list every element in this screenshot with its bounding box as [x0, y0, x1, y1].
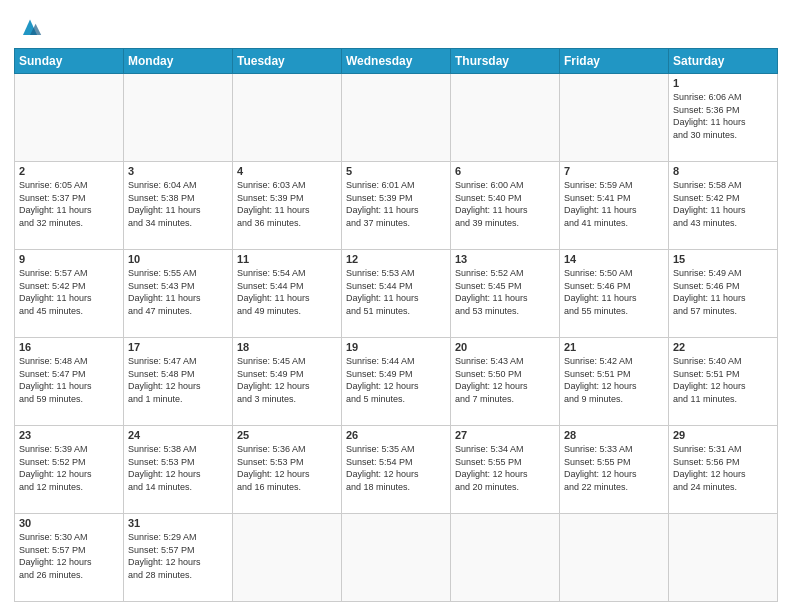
- day-cell: [560, 74, 669, 162]
- day-cell: [124, 74, 233, 162]
- day-number: 13: [455, 253, 555, 265]
- day-number: 8: [673, 165, 773, 177]
- weekday-friday: Friday: [560, 49, 669, 74]
- day-info: Sunrise: 5:42 AM Sunset: 5:51 PM Dayligh…: [564, 355, 664, 405]
- day-cell: 30Sunrise: 5:30 AM Sunset: 5:57 PM Dayli…: [15, 514, 124, 602]
- day-cell: 1Sunrise: 6:06 AM Sunset: 5:36 PM Daylig…: [669, 74, 778, 162]
- day-info: Sunrise: 5:57 AM Sunset: 5:42 PM Dayligh…: [19, 267, 119, 317]
- day-cell: [233, 74, 342, 162]
- day-cell: 11Sunrise: 5:54 AM Sunset: 5:44 PM Dayli…: [233, 250, 342, 338]
- day-number: 15: [673, 253, 773, 265]
- day-number: 24: [128, 429, 228, 441]
- page: SundayMondayTuesdayWednesdayThursdayFrid…: [0, 0, 792, 612]
- day-cell: 7Sunrise: 5:59 AM Sunset: 5:41 PM Daylig…: [560, 162, 669, 250]
- day-number: 10: [128, 253, 228, 265]
- weekday-tuesday: Tuesday: [233, 49, 342, 74]
- day-info: Sunrise: 5:55 AM Sunset: 5:43 PM Dayligh…: [128, 267, 228, 317]
- day-info: Sunrise: 5:36 AM Sunset: 5:53 PM Dayligh…: [237, 443, 337, 493]
- day-info: Sunrise: 5:44 AM Sunset: 5:49 PM Dayligh…: [346, 355, 446, 405]
- header: [14, 10, 778, 42]
- day-info: Sunrise: 5:53 AM Sunset: 5:44 PM Dayligh…: [346, 267, 446, 317]
- day-info: Sunrise: 6:04 AM Sunset: 5:38 PM Dayligh…: [128, 179, 228, 229]
- weekday-header-row: SundayMondayTuesdayWednesdayThursdayFrid…: [15, 49, 778, 74]
- day-cell: 10Sunrise: 5:55 AM Sunset: 5:43 PM Dayli…: [124, 250, 233, 338]
- day-cell: [342, 514, 451, 602]
- week-row-5: 23Sunrise: 5:39 AM Sunset: 5:52 PM Dayli…: [15, 426, 778, 514]
- day-number: 6: [455, 165, 555, 177]
- day-cell: 24Sunrise: 5:38 AM Sunset: 5:53 PM Dayli…: [124, 426, 233, 514]
- logo-icon: [16, 14, 44, 42]
- day-info: Sunrise: 6:03 AM Sunset: 5:39 PM Dayligh…: [237, 179, 337, 229]
- day-number: 1: [673, 77, 773, 89]
- day-info: Sunrise: 5:48 AM Sunset: 5:47 PM Dayligh…: [19, 355, 119, 405]
- day-info: Sunrise: 5:50 AM Sunset: 5:46 PM Dayligh…: [564, 267, 664, 317]
- day-number: 16: [19, 341, 119, 353]
- day-cell: 25Sunrise: 5:36 AM Sunset: 5:53 PM Dayli…: [233, 426, 342, 514]
- day-info: Sunrise: 5:30 AM Sunset: 5:57 PM Dayligh…: [19, 531, 119, 581]
- day-number: 30: [19, 517, 119, 529]
- day-number: 9: [19, 253, 119, 265]
- week-row-1: 1Sunrise: 6:06 AM Sunset: 5:36 PM Daylig…: [15, 74, 778, 162]
- day-cell: 13Sunrise: 5:52 AM Sunset: 5:45 PM Dayli…: [451, 250, 560, 338]
- day-info: Sunrise: 5:49 AM Sunset: 5:46 PM Dayligh…: [673, 267, 773, 317]
- day-number: 4: [237, 165, 337, 177]
- day-cell: 4Sunrise: 6:03 AM Sunset: 5:39 PM Daylig…: [233, 162, 342, 250]
- day-cell: 9Sunrise: 5:57 AM Sunset: 5:42 PM Daylig…: [15, 250, 124, 338]
- weekday-thursday: Thursday: [451, 49, 560, 74]
- day-cell: 16Sunrise: 5:48 AM Sunset: 5:47 PM Dayli…: [15, 338, 124, 426]
- day-info: Sunrise: 5:39 AM Sunset: 5:52 PM Dayligh…: [19, 443, 119, 493]
- day-number: 23: [19, 429, 119, 441]
- day-number: 7: [564, 165, 664, 177]
- day-number: 22: [673, 341, 773, 353]
- day-info: Sunrise: 5:45 AM Sunset: 5:49 PM Dayligh…: [237, 355, 337, 405]
- day-cell: 17Sunrise: 5:47 AM Sunset: 5:48 PM Dayli…: [124, 338, 233, 426]
- day-cell: 14Sunrise: 5:50 AM Sunset: 5:46 PM Dayli…: [560, 250, 669, 338]
- day-number: 18: [237, 341, 337, 353]
- day-cell: [669, 514, 778, 602]
- day-number: 29: [673, 429, 773, 441]
- day-cell: 26Sunrise: 5:35 AM Sunset: 5:54 PM Dayli…: [342, 426, 451, 514]
- day-cell: 20Sunrise: 5:43 AM Sunset: 5:50 PM Dayli…: [451, 338, 560, 426]
- weekday-saturday: Saturday: [669, 49, 778, 74]
- day-cell: [560, 514, 669, 602]
- day-number: 14: [564, 253, 664, 265]
- day-cell: [233, 514, 342, 602]
- week-row-2: 2Sunrise: 6:05 AM Sunset: 5:37 PM Daylig…: [15, 162, 778, 250]
- day-info: Sunrise: 6:06 AM Sunset: 5:36 PM Dayligh…: [673, 91, 773, 141]
- day-info: Sunrise: 5:29 AM Sunset: 5:57 PM Dayligh…: [128, 531, 228, 581]
- day-info: Sunrise: 5:38 AM Sunset: 5:53 PM Dayligh…: [128, 443, 228, 493]
- day-cell: 29Sunrise: 5:31 AM Sunset: 5:56 PM Dayli…: [669, 426, 778, 514]
- day-cell: 27Sunrise: 5:34 AM Sunset: 5:55 PM Dayli…: [451, 426, 560, 514]
- week-row-6: 30Sunrise: 5:30 AM Sunset: 5:57 PM Dayli…: [15, 514, 778, 602]
- day-info: Sunrise: 5:33 AM Sunset: 5:55 PM Dayligh…: [564, 443, 664, 493]
- day-cell: [15, 74, 124, 162]
- day-number: 5: [346, 165, 446, 177]
- day-cell: 28Sunrise: 5:33 AM Sunset: 5:55 PM Dayli…: [560, 426, 669, 514]
- day-cell: 18Sunrise: 5:45 AM Sunset: 5:49 PM Dayli…: [233, 338, 342, 426]
- day-info: Sunrise: 5:58 AM Sunset: 5:42 PM Dayligh…: [673, 179, 773, 229]
- day-number: 26: [346, 429, 446, 441]
- day-cell: 6Sunrise: 6:00 AM Sunset: 5:40 PM Daylig…: [451, 162, 560, 250]
- day-info: Sunrise: 6:01 AM Sunset: 5:39 PM Dayligh…: [346, 179, 446, 229]
- day-number: 2: [19, 165, 119, 177]
- weekday-wednesday: Wednesday: [342, 49, 451, 74]
- day-cell: 15Sunrise: 5:49 AM Sunset: 5:46 PM Dayli…: [669, 250, 778, 338]
- day-number: 25: [237, 429, 337, 441]
- day-number: 11: [237, 253, 337, 265]
- day-info: Sunrise: 5:40 AM Sunset: 5:51 PM Dayligh…: [673, 355, 773, 405]
- day-info: Sunrise: 5:54 AM Sunset: 5:44 PM Dayligh…: [237, 267, 337, 317]
- day-info: Sunrise: 5:47 AM Sunset: 5:48 PM Dayligh…: [128, 355, 228, 405]
- week-row-4: 16Sunrise: 5:48 AM Sunset: 5:47 PM Dayli…: [15, 338, 778, 426]
- day-number: 3: [128, 165, 228, 177]
- day-cell: 19Sunrise: 5:44 AM Sunset: 5:49 PM Dayli…: [342, 338, 451, 426]
- day-cell: 23Sunrise: 5:39 AM Sunset: 5:52 PM Dayli…: [15, 426, 124, 514]
- day-cell: [451, 514, 560, 602]
- day-info: Sunrise: 5:35 AM Sunset: 5:54 PM Dayligh…: [346, 443, 446, 493]
- day-cell: [342, 74, 451, 162]
- day-number: 21: [564, 341, 664, 353]
- weekday-sunday: Sunday: [15, 49, 124, 74]
- day-cell: 22Sunrise: 5:40 AM Sunset: 5:51 PM Dayli…: [669, 338, 778, 426]
- day-cell: 21Sunrise: 5:42 AM Sunset: 5:51 PM Dayli…: [560, 338, 669, 426]
- day-cell: 5Sunrise: 6:01 AM Sunset: 5:39 PM Daylig…: [342, 162, 451, 250]
- day-cell: [451, 74, 560, 162]
